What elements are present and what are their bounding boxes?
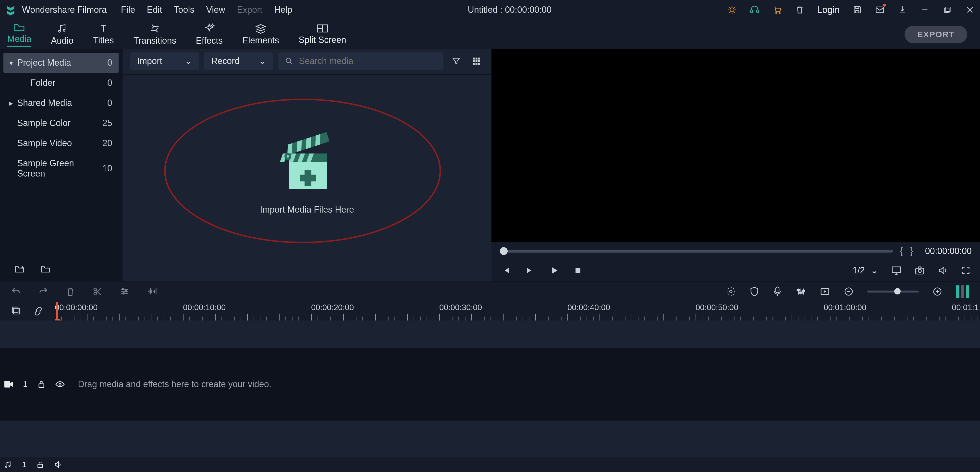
svg-rect-1: [751, 10, 752, 13]
stop-icon[interactable]: [574, 266, 582, 274]
timeline-ruler[interactable]: 00:00:00:0000:00:10:0000:00:20:0000:00:3…: [55, 302, 980, 321]
search-media[interactable]: [278, 53, 444, 70]
svg-point-46: [730, 290, 732, 293]
marker-shield-icon[interactable]: [750, 286, 759, 297]
new-folder-plus-icon[interactable]: [14, 264, 25, 274]
tab-elements[interactable]: Elements: [242, 20, 279, 49]
tab-split-screen[interactable]: Split Screen: [299, 20, 346, 49]
filter-icon[interactable]: [449, 54, 463, 69]
svg-rect-57: [5, 381, 10, 387]
timeline-tracks: 1 Drag media and effects here to create …: [0, 321, 980, 472]
sidebar-item-sample-color[interactable]: Sample Color 25: [3, 113, 119, 133]
svg-rect-16: [473, 60, 475, 62]
close-icon[interactable]: [965, 5, 975, 15]
menu-tools[interactable]: Tools: [174, 5, 194, 15]
record-dropdown[interactable]: Record ⌄: [204, 53, 273, 70]
folder-icon[interactable]: [40, 264, 51, 274]
lock-icon[interactable]: [37, 461, 44, 469]
svg-rect-50: [800, 292, 802, 293]
redo-icon[interactable]: [38, 286, 49, 297]
tab-effects[interactable]: Effects: [196, 20, 223, 49]
tab-transitions[interactable]: Transitions: [134, 20, 177, 49]
playhead[interactable]: [56, 302, 58, 321]
adjust-icon[interactable]: [119, 286, 129, 297]
svg-point-9: [59, 30, 60, 32]
sidebar-item-sample-video[interactable]: Sample Video 20: [3, 133, 119, 153]
voiceover-icon[interactable]: [773, 286, 782, 297]
mark-out-icon[interactable]: }: [910, 246, 913, 257]
tips-icon[interactable]: [727, 5, 737, 15]
snapshot-icon[interactable]: [914, 266, 925, 275]
menu-help[interactable]: Help: [274, 5, 292, 15]
display-icon[interactable]: [891, 266, 902, 275]
menu-export[interactable]: Export: [237, 5, 262, 15]
trash-icon[interactable]: [66, 286, 75, 297]
menu-file[interactable]: File: [121, 5, 135, 15]
preview-quality-dropdown[interactable]: 1/2 ⌄: [853, 265, 878, 276]
audio-track[interactable]: 1: [0, 457, 980, 472]
audio-mixer-icon[interactable]: [796, 287, 806, 297]
timeline-toolbar: [0, 281, 980, 301]
app-name: Wondershare Filmora: [22, 5, 107, 15]
svg-rect-5: [854, 7, 860, 13]
svg-rect-37: [576, 268, 581, 273]
mark-in-icon[interactable]: {: [900, 246, 903, 257]
svg-point-3: [776, 13, 777, 14]
preview-video[interactable]: [492, 49, 980, 242]
search-input[interactable]: [299, 56, 437, 66]
svg-point-60: [6, 466, 7, 467]
svg-rect-13: [473, 57, 475, 60]
zoom-in-icon[interactable]: [932, 287, 942, 297]
sidebar-item-sample-green-screen[interactable]: Sample Green Screen 10: [3, 153, 119, 183]
download-icon[interactable]: [897, 5, 907, 15]
svg-point-44: [125, 290, 127, 292]
prev-frame-icon[interactable]: [501, 266, 511, 275]
timeline-mode-icon[interactable]: [11, 306, 21, 316]
export-button[interactable]: EXPORT: [905, 26, 967, 43]
track-hint: Drag media and effects here to create yo…: [78, 379, 272, 389]
tab-audio[interactable]: Audio: [51, 20, 73, 49]
next-frame-icon[interactable]: [525, 266, 535, 275]
chevron-down-icon: ▾: [9, 59, 13, 67]
preview-scrubber[interactable]: [500, 250, 893, 252]
support-icon[interactable]: [749, 5, 760, 15]
preview-panel: { } 00:00:00:00 1/2 ⌄: [492, 49, 980, 281]
svg-point-4: [779, 13, 780, 14]
chevron-right-icon: ▸: [9, 99, 13, 107]
link-icon[interactable]: [33, 306, 43, 316]
zoom-slider[interactable]: [867, 290, 919, 292]
maximize-icon[interactable]: [942, 5, 953, 15]
volume-icon[interactable]: [938, 265, 948, 276]
split-clip-icon[interactable]: [92, 286, 102, 297]
undo-icon[interactable]: [11, 286, 21, 297]
fullscreen-icon[interactable]: [961, 266, 971, 275]
login-button[interactable]: Login: [817, 5, 840, 15]
play-icon[interactable]: [550, 266, 559, 275]
tab-titles[interactable]: Titles: [93, 20, 114, 49]
lock-icon[interactable]: [38, 380, 45, 388]
zoom-out-icon[interactable]: [844, 287, 854, 297]
sidebar-item-project-media[interactable]: ▾ Project Media 0: [3, 53, 119, 73]
import-dropdown[interactable]: Import ⌄: [130, 53, 199, 70]
menu-edit[interactable]: Edit: [147, 5, 162, 15]
save-icon[interactable]: [852, 5, 862, 15]
title-bar: Wondershare Filmora File Edit Tools View…: [0, 0, 980, 20]
video-track[interactable]: 1 Drag media and effects here to create …: [0, 348, 980, 421]
tab-media[interactable]: Media: [7, 20, 31, 49]
message-icon[interactable]: [875, 5, 885, 15]
grid-view-icon[interactable]: [469, 54, 484, 69]
sidebar-item-folder[interactable]: Folder 0: [3, 73, 119, 93]
zoom-fit-icon[interactable]: [956, 285, 969, 298]
svg-rect-20: [476, 63, 477, 65]
audio-stretch-icon[interactable]: [146, 286, 158, 297]
app-logo-icon: [5, 4, 16, 16]
render-icon[interactable]: [726, 286, 736, 297]
sidebar-item-shared-media[interactable]: ▸ Shared Media 0: [3, 93, 119, 113]
svg-point-61: [9, 465, 10, 467]
add-marker-icon[interactable]: [820, 287, 830, 296]
minimize-icon[interactable]: [920, 5, 930, 15]
import-drop-zone[interactable]: Import Media Files Here: [123, 75, 492, 281]
cart-icon[interactable]: [772, 5, 782, 15]
delete-icon[interactable]: [794, 5, 805, 15]
menu-view[interactable]: View: [206, 5, 225, 15]
